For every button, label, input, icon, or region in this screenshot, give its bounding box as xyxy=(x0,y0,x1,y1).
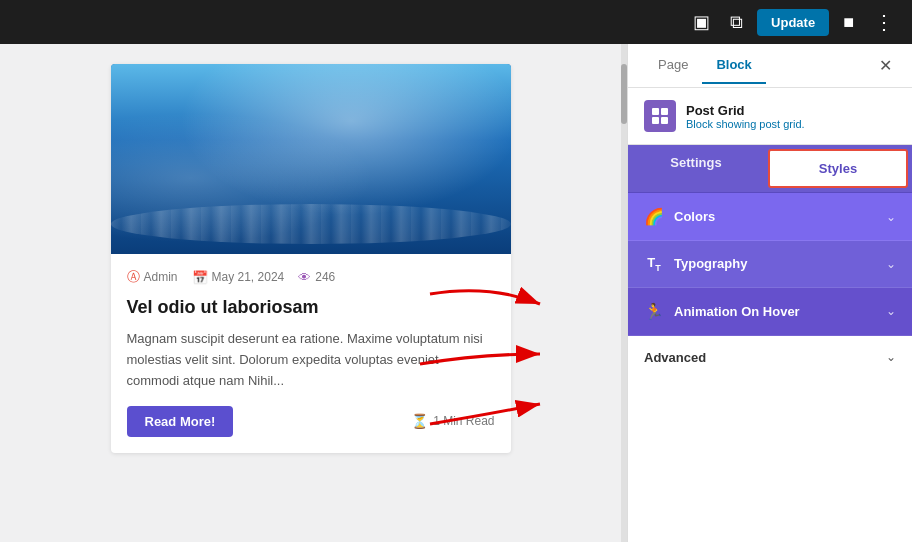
views-meta: 👁 246 xyxy=(298,270,335,285)
panel-header: Page Block ✕ xyxy=(628,44,912,88)
accordion-header-colors[interactable]: 🌈 Colors ⌄ xyxy=(628,193,912,240)
accordion-list: 🌈 Colors ⌄ TT Typography ⌄ xyxy=(628,193,912,542)
read-time: ⏳ 1 Min Read xyxy=(411,413,494,429)
right-panel: Page Block ✕ Post Grid Block showing pos… xyxy=(627,44,912,542)
typography-icon: TT xyxy=(644,255,664,273)
eye-icon: 👁 xyxy=(298,270,311,285)
clock-icon: ⏳ xyxy=(411,413,428,429)
grid-icon xyxy=(652,108,668,124)
panel-scrollbar[interactable] xyxy=(621,44,627,542)
tab-block[interactable]: Block xyxy=(702,47,765,84)
colors-label: Colors xyxy=(674,209,715,224)
advanced-label: Advanced xyxy=(644,350,706,365)
scrollbar-thumb[interactable] xyxy=(621,64,627,124)
grid-cell xyxy=(652,117,659,124)
read-more-button[interactable]: Read More! xyxy=(127,406,234,437)
author-meta: Ⓐ Admin xyxy=(127,268,178,286)
animation-icon: 🏃 xyxy=(644,302,664,321)
accordion-item-advanced: Advanced ⌄ xyxy=(628,336,912,380)
accordion-header-left-colors: 🌈 Colors xyxy=(644,207,715,226)
grid-cell xyxy=(661,117,668,124)
chevron-down-icon-advanced: ⌄ xyxy=(886,350,896,364)
accordion-header-advanced[interactable]: Advanced ⌄ xyxy=(628,336,912,379)
block-description: Block showing post grid. xyxy=(686,118,805,130)
read-time-label: 1 Min Read xyxy=(433,414,494,428)
main-area: Ⓐ Admin 📅 May 21, 2024 👁 246 Vel odio ut… xyxy=(0,44,912,542)
accordion-header-left-advanced: Advanced xyxy=(644,350,706,365)
user-icon: Ⓐ xyxy=(127,268,140,286)
post-card-body: Ⓐ Admin 📅 May 21, 2024 👁 246 Vel odio ut… xyxy=(111,254,511,453)
post-meta: Ⓐ Admin 📅 May 21, 2024 👁 246 xyxy=(127,268,495,286)
accordion-item-animation: 🏃 Animation On Hover ⌄ xyxy=(628,288,912,336)
animation-label: Animation On Hover xyxy=(674,304,800,319)
accordion-header-left-typography: TT Typography xyxy=(644,255,747,273)
tab-settings[interactable]: Settings xyxy=(628,145,764,192)
block-text: Post Grid Block showing post grid. xyxy=(686,103,805,130)
more-options-icon[interactable]: ⋮ xyxy=(868,6,900,38)
canvas-area: Ⓐ Admin 📅 May 21, 2024 👁 246 Vel odio ut… xyxy=(0,44,621,542)
post-excerpt: Magnam suscipit deserunt ea ratione. Max… xyxy=(127,329,495,391)
update-button[interactable]: Update xyxy=(757,9,829,36)
accordion-item-colors: 🌈 Colors ⌄ xyxy=(628,193,912,241)
chevron-down-icon-animation: ⌄ xyxy=(886,304,896,318)
block-icon xyxy=(644,100,676,132)
accordion-item-typography: TT Typography ⌄ xyxy=(628,241,912,288)
desktop-icon[interactable]: ▣ xyxy=(687,7,716,37)
typography-label: Typography xyxy=(674,256,747,271)
grid-cell xyxy=(652,108,659,115)
external-link-icon[interactable]: ⧉ xyxy=(724,8,749,37)
post-footer: Read More! ⏳ 1 Min Read xyxy=(127,406,495,437)
accordion-header-animation[interactable]: 🏃 Animation On Hover ⌄ xyxy=(628,288,912,335)
close-icon[interactable]: ✕ xyxy=(875,52,896,79)
chevron-down-icon-colors: ⌄ xyxy=(886,210,896,224)
calendar-icon: 📅 xyxy=(192,270,208,285)
settings-icon[interactable]: ■ xyxy=(837,8,860,37)
post-card-image xyxy=(111,64,511,254)
tab-page[interactable]: Page xyxy=(644,47,702,84)
accordion-header-left-animation: 🏃 Animation On Hover xyxy=(644,302,800,321)
date-meta: 📅 May 21, 2024 xyxy=(192,270,285,285)
post-title: Vel odio ut laboriosam xyxy=(127,296,495,319)
block-info: Post Grid Block showing post grid. xyxy=(628,88,912,145)
post-date: May 21, 2024 xyxy=(212,270,285,284)
post-card: Ⓐ Admin 📅 May 21, 2024 👁 246 Vel odio ut… xyxy=(111,64,511,453)
chevron-down-icon-typography: ⌄ xyxy=(886,257,896,271)
block-title: Post Grid xyxy=(686,103,805,118)
grid-cell xyxy=(661,108,668,115)
colors-icon: 🌈 xyxy=(644,207,664,226)
toolbar: ▣ ⧉ Update ■ ⋮ xyxy=(0,0,912,44)
style-tabs: Settings Styles xyxy=(628,145,912,193)
panel-tabs: Page Block xyxy=(644,47,766,84)
accordion-header-typography[interactable]: TT Typography ⌄ xyxy=(628,241,912,287)
view-count: 246 xyxy=(315,270,335,284)
author-name: Admin xyxy=(144,270,178,284)
tab-styles[interactable]: Styles xyxy=(768,149,908,188)
